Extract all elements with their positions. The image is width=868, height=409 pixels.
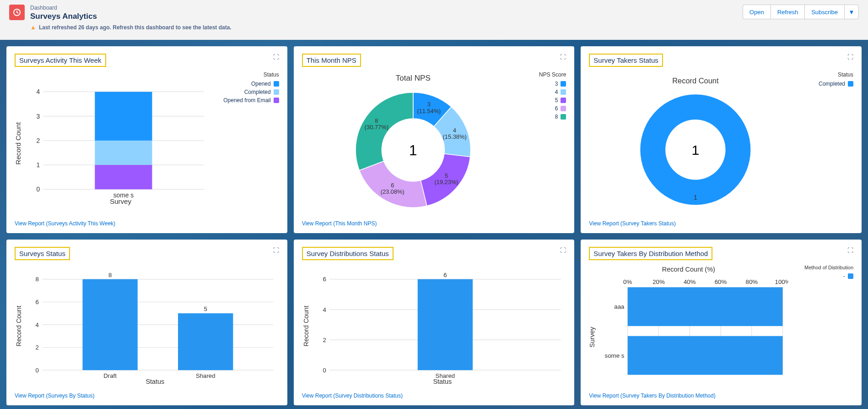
legend-item: 6 [529, 105, 566, 112]
legend-swatch [561, 98, 566, 103]
refresh-button[interactable]: Refresh [771, 5, 805, 19]
svg-text:8: 8 [375, 117, 378, 124]
svg-text:0: 0 [36, 367, 39, 374]
donut-center: 1 [692, 142, 700, 158]
svg-text:40%: 40% [684, 278, 696, 285]
svg-text:(15.38%): (15.38%) [442, 133, 466, 140]
card-dist-status: Survey Distributions Status ⛶ Record Cou… [294, 240, 575, 405]
expand-icon[interactable]: ⛶ [847, 54, 853, 60]
header-actions: Open Refresh Subscribe ▼ [743, 5, 859, 19]
legend-swatch [274, 89, 279, 95]
view-report-link[interactable]: View Report (Survey Takers Status) [589, 220, 676, 227]
expand-icon[interactable]: ⛶ [273, 247, 279, 254]
svg-text:2: 2 [36, 344, 39, 351]
chart-dist-status: Record Count 0246 6Shared Status [302, 265, 566, 387]
svg-text:Shared: Shared [196, 372, 216, 379]
legend-swatch [274, 98, 279, 103]
legend-title: Status [215, 71, 279, 78]
page-title: Surveys Analytics [30, 12, 232, 21]
svg-rect-40 [178, 313, 233, 370]
chevron-down-icon: ▼ [849, 9, 855, 16]
card-takers-dist: Survey Takers By Distribution Method ⛶ R… [581, 240, 862, 405]
card-title: Surveys Activity This Week [15, 54, 106, 67]
legend-item: 4 [529, 89, 566, 95]
legend: Status OpenedCompletedOpened from Email [215, 71, 279, 215]
card-title: Survey Takers Status [589, 54, 663, 67]
svg-text:20%: 20% [653, 278, 665, 285]
more-actions-button[interactable]: ▼ [844, 5, 859, 19]
expand-icon[interactable]: ⛶ [847, 247, 853, 254]
svg-text:2: 2 [36, 137, 40, 144]
x-axis-label: Record Count (%) [662, 266, 715, 273]
svg-text:8: 8 [108, 272, 112, 278]
svg-rect-12 [95, 141, 152, 165]
view-report-link[interactable]: View Report (Surveys By Status) [15, 393, 95, 399]
y-axis-label: Survey [589, 327, 596, 348]
legend-item: 3 [529, 81, 566, 87]
card-takers-status: Survey Takers Status ⛶ Record Count 1 1 … [581, 46, 862, 233]
expand-icon[interactable]: ⛶ [560, 247, 566, 254]
donut-center: 1 [409, 142, 417, 158]
card-title: Survey Takers By Distribution Method [589, 247, 712, 260]
svg-text:4: 4 [36, 322, 39, 328]
donut-title: Total NPS [395, 73, 430, 82]
legend-swatch [274, 81, 279, 87]
svg-text:0: 0 [323, 367, 326, 374]
svg-text:(19.23%): (19.23%) [434, 179, 458, 185]
svg-rect-51 [417, 279, 472, 371]
view-report-link[interactable]: View Report (Surveys Activity This Week) [15, 220, 115, 227]
svg-rect-37 [82, 279, 137, 371]
legend-swatch [561, 114, 566, 120]
svg-text:(23.08%): (23.08%) [380, 188, 404, 195]
view-report-link[interactable]: View Report (Survey Distributions Status… [302, 393, 403, 399]
x-axis-label: Status [146, 378, 164, 385]
open-button[interactable]: Open [743, 5, 771, 19]
svg-text:Draft: Draft [103, 372, 117, 379]
legend-swatch [561, 81, 566, 87]
y-axis-label: Record Count [15, 306, 22, 347]
svg-text:some s: some s [605, 352, 625, 359]
subscribe-button[interactable]: Subscribe [804, 5, 844, 19]
view-report-link[interactable]: View Report (Survey Takers By Distributi… [589, 393, 715, 399]
x-axis-label: Survey [110, 197, 131, 205]
view-report-link[interactable]: View Report (This Month NPS) [302, 220, 377, 227]
breadcrumb: Dashboard [30, 5, 232, 11]
legend-item: - [794, 273, 853, 279]
legend: Method of Distribution - [794, 265, 853, 387]
refresh-warning: ▲ Last refreshed 26 days ago. Refresh th… [30, 24, 232, 31]
svg-text:4: 4 [36, 88, 40, 95]
dashboard-app-icon [9, 5, 25, 20]
legend-item: Opened [215, 81, 279, 87]
svg-text:80%: 80% [746, 278, 758, 285]
svg-text:6: 6 [36, 299, 39, 305]
y-axis-label: Record Count [302, 306, 310, 347]
expand-icon[interactable]: ⛶ [273, 54, 279, 60]
svg-text:3: 3 [36, 113, 40, 120]
chart-takers-dist: Record Count (%) 0%20%40%60%80%100% aaas… [589, 265, 788, 387]
legend-swatch [561, 89, 566, 95]
legend-title: Status [808, 71, 853, 78]
legend-swatch [848, 273, 853, 279]
chart-nps: Total NPS 3(11.54%)4(15.38%)5(19.23%)6(2… [302, 71, 524, 215]
legend-item: Completed [808, 81, 853, 87]
donut-title: Record Count [673, 76, 719, 85]
svg-text:1: 1 [36, 162, 40, 169]
svg-text:(30.77%): (30.77%) [364, 124, 388, 131]
legend: Status Completed [808, 71, 853, 215]
svg-text:6: 6 [391, 182, 394, 189]
expand-icon[interactable]: ⛶ [560, 54, 566, 60]
legend-title: NPS Score [529, 71, 566, 78]
card-nps: This Month NPS ⛶ Total NPS 3(11.54%)4(15… [294, 46, 575, 233]
svg-text:8: 8 [36, 276, 39, 283]
svg-text:100%: 100% [775, 278, 788, 285]
legend-title: Method of Distribution [794, 265, 853, 270]
svg-rect-13 [95, 92, 152, 140]
dashboard-header: Dashboard Surveys Analytics ▲ Last refre… [0, 0, 868, 40]
svg-text:6: 6 [323, 276, 326, 283]
chart-takers-status: Record Count 1 1 [589, 71, 802, 215]
svg-text:4: 4 [323, 306, 326, 313]
chart-surveys-status: Record Count 02468 8Draft5Shared Status [15, 265, 279, 387]
svg-text:5: 5 [445, 172, 448, 179]
svg-text:3: 3 [427, 101, 430, 108]
legend: NPS Score 34568 [529, 71, 566, 215]
